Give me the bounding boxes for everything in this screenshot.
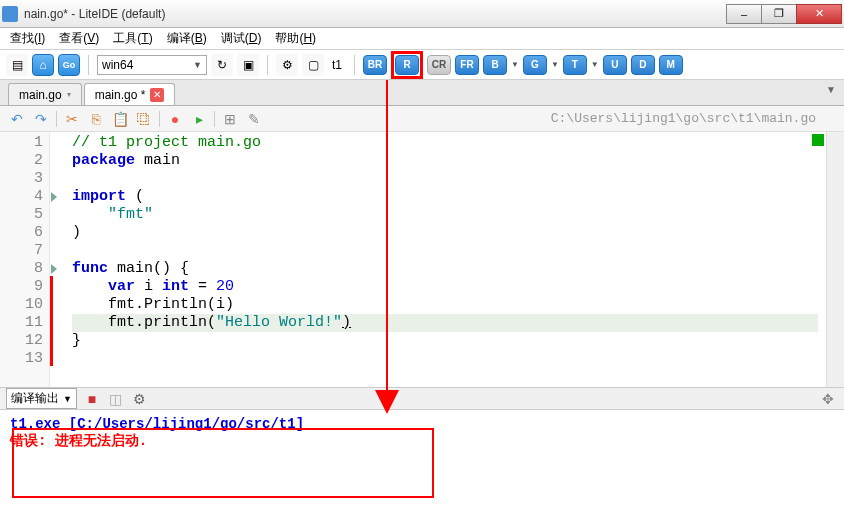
output-panel: t1.exe [C:/Users/lijing1/go/src/t1] 错误: … bbox=[0, 410, 844, 510]
env-combo[interactable]: win64 ▼ bbox=[97, 55, 207, 75]
line-number: 1 bbox=[2, 134, 43, 152]
code-text: int bbox=[162, 278, 189, 295]
build-button[interactable]: B bbox=[483, 55, 507, 75]
menu-help[interactable]: 帮助(H) bbox=[269, 28, 322, 49]
chevron-down-icon[interactable]: ▾ bbox=[67, 90, 71, 99]
wand-icon[interactable]: ✎ bbox=[245, 110, 263, 128]
line-number: 7 bbox=[2, 242, 43, 260]
build-run-button[interactable]: BR bbox=[363, 55, 387, 75]
window-titlebar: nain.go* - LiteIDE (default) – ❐ ✕ bbox=[0, 0, 844, 28]
duplicate-icon[interactable]: ⿻ bbox=[135, 110, 153, 128]
main-toolbar: ▤ ⌂ Go win64 ▼ ↻ ▣ ⚙ ▢ t1 BR R CR FR B ▼… bbox=[0, 50, 844, 80]
env-settings-button[interactable]: ▣ bbox=[237, 54, 259, 76]
gear-icon[interactable]: ⚙ bbox=[131, 390, 149, 408]
record-icon[interactable]: ● bbox=[166, 110, 184, 128]
line-gutter: 1 2 3 4 5 6 7 8 9 10 11 12 13 bbox=[0, 132, 50, 387]
run-button-highlight: R bbox=[391, 51, 423, 79]
tab-main-go[interactable]: main.go ▾ bbox=[8, 83, 82, 105]
line-number: 8 bbox=[2, 260, 43, 278]
chevron-down-icon: ▼ bbox=[63, 394, 72, 404]
editor-tabbar: main.go ▾ main.go * ✕ ▼ bbox=[0, 80, 844, 106]
minimize-button[interactable]: – bbox=[726, 4, 762, 24]
tab-overflow-icon[interactable]: ▼ bbox=[826, 84, 836, 95]
env-combo-value: win64 bbox=[102, 58, 133, 72]
clean-run-button[interactable]: CR bbox=[427, 55, 451, 75]
code-area[interactable]: // t1 project main.go package main impor… bbox=[64, 132, 826, 387]
line-number: 13 bbox=[2, 350, 43, 368]
separator bbox=[56, 111, 57, 127]
code-text: main bbox=[135, 152, 180, 169]
menu-build[interactable]: 编译(B) bbox=[161, 28, 213, 49]
fold-gutter bbox=[50, 132, 64, 387]
code-text: "fmt" bbox=[72, 206, 153, 223]
separator bbox=[267, 55, 268, 75]
home-button[interactable]: ⌂ bbox=[32, 54, 54, 76]
file-path: C:\Users\lijing1\go\src\t1\main.go bbox=[551, 111, 816, 126]
reload-env-button[interactable]: ↻ bbox=[211, 54, 233, 76]
window-title: nain.go* - LiteIDE (default) bbox=[24, 7, 727, 21]
separator bbox=[159, 111, 160, 127]
open-file-button[interactable]: ▤ bbox=[6, 54, 28, 76]
stop-icon[interactable]: ■ bbox=[83, 390, 101, 408]
code-text: package bbox=[72, 152, 135, 169]
output-combo[interactable]: 编译输出 ▼ bbox=[6, 388, 77, 409]
chevron-down-icon[interactable]: ▼ bbox=[511, 60, 519, 69]
gear-button[interactable]: ⚙ bbox=[276, 54, 298, 76]
code-text: 20 bbox=[216, 278, 234, 295]
change-marker bbox=[50, 276, 53, 366]
line-number: 3 bbox=[2, 170, 43, 188]
menu-view[interactable]: 查看(V) bbox=[53, 28, 105, 49]
code-text: // t1 project main.go bbox=[72, 134, 261, 151]
maximize-button[interactable]: ❐ bbox=[761, 4, 797, 24]
redo-icon[interactable]: ↷ bbox=[32, 110, 50, 128]
menu-find[interactable]: 查找(I) bbox=[4, 28, 51, 49]
tab-label: main.go * bbox=[95, 88, 146, 102]
tab-main-go-modified[interactable]: main.go * ✕ bbox=[84, 83, 176, 105]
update-button[interactable]: U bbox=[603, 55, 627, 75]
code-text: ( bbox=[126, 188, 144, 205]
eraser-icon[interactable]: ◫ bbox=[107, 390, 125, 408]
play-icon[interactable]: ▸ bbox=[190, 110, 208, 128]
code-text: func bbox=[72, 260, 108, 277]
close-button[interactable]: ✕ bbox=[796, 4, 842, 24]
line-number: 5 bbox=[2, 206, 43, 224]
menu-debug[interactable]: 调试(D) bbox=[215, 28, 268, 49]
code-text: main() { bbox=[108, 260, 189, 277]
file-run-button[interactable]: FR bbox=[455, 55, 479, 75]
line-number: 11 bbox=[2, 314, 43, 332]
output-line: t1.exe [C:/Users/lijing1/go/src/t1] bbox=[10, 416, 834, 432]
test-button[interactable]: T bbox=[563, 55, 587, 75]
code-text: "Hello World!" bbox=[216, 314, 342, 331]
get-button[interactable]: G bbox=[523, 55, 547, 75]
output-header: 编译输出 ▼ ■ ◫ ⚙ ✥ bbox=[0, 388, 844, 410]
vertical-scrollbar[interactable] bbox=[826, 132, 844, 387]
tab-close-icon[interactable]: ✕ bbox=[150, 88, 164, 102]
chevron-down-icon: ▼ bbox=[193, 60, 202, 70]
folder-button[interactable]: ▢ bbox=[302, 54, 324, 76]
chevron-down-icon[interactable]: ▼ bbox=[551, 60, 559, 69]
separator bbox=[88, 55, 89, 75]
go-button[interactable]: Go bbox=[58, 54, 80, 76]
status-indicator bbox=[812, 134, 824, 146]
move-icon[interactable]: ✥ bbox=[822, 391, 834, 407]
debug-button[interactable]: D bbox=[631, 55, 655, 75]
code-text: } bbox=[72, 332, 81, 349]
copy-icon[interactable]: ⎘ bbox=[87, 110, 105, 128]
make-button[interactable]: M bbox=[659, 55, 683, 75]
paste-icon[interactable]: 📋 bbox=[111, 110, 129, 128]
separator bbox=[354, 55, 355, 75]
line-number: 12 bbox=[2, 332, 43, 350]
line-number: 10 bbox=[2, 296, 43, 314]
grid-icon[interactable]: ⊞ bbox=[221, 110, 239, 128]
code-text: ) bbox=[342, 314, 351, 331]
target-label: t1 bbox=[328, 58, 346, 72]
code-text: var bbox=[108, 278, 135, 295]
run-button[interactable]: R bbox=[395, 55, 419, 75]
chevron-down-icon[interactable]: ▼ bbox=[591, 60, 599, 69]
code-text: fmt.Println(i) bbox=[72, 296, 234, 313]
undo-icon[interactable]: ↶ bbox=[8, 110, 26, 128]
menu-tools[interactable]: 工具(T) bbox=[107, 28, 158, 49]
code-editor[interactable]: 1 2 3 4 5 6 7 8 9 10 11 12 13 // t1 proj… bbox=[0, 132, 844, 388]
cut-icon[interactable]: ✂ bbox=[63, 110, 81, 128]
tab-label: main.go bbox=[19, 88, 62, 102]
